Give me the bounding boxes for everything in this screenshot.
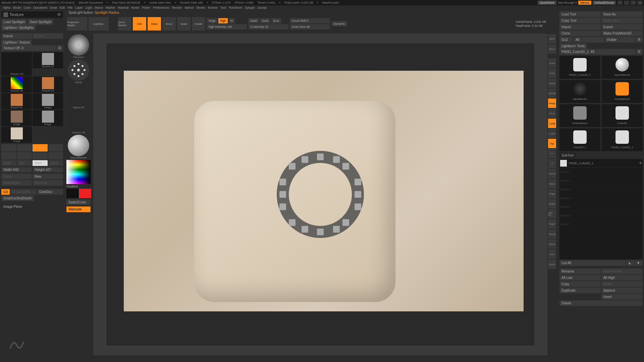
texture-slot[interactable]: Texture Off	[1, 52, 32, 76]
grabdoc-button[interactable]: GrabDoc	[37, 189, 63, 195]
polyf-button[interactable]: PolyF	[548, 219, 556, 229]
subtool-row[interactable]: PM3D_Cube3D_1👁	[559, 159, 643, 168]
scroll-button[interactable]: Scroll	[548, 58, 556, 68]
save-spotlight-button[interactable]: Save Spotlight	[28, 19, 54, 25]
goz-all-button[interactable]: All	[574, 37, 604, 43]
m-toggle[interactable]: M	[228, 18, 235, 23]
copy-subtool-button[interactable]: Copy	[559, 281, 601, 287]
menu-texture[interactable]: Texture	[208, 6, 218, 9]
menu-file[interactable]: File	[68, 6, 73, 9]
texture-slot[interactable]: Image	[1, 110, 32, 126]
dial-icon[interactable]	[289, 219, 296, 226]
close-icon[interactable]: ✕	[637, 1, 643, 5]
menu-picker[interactable]: Picker	[142, 6, 150, 9]
switchcolor-button[interactable]: SwitchColor	[66, 199, 91, 205]
clone-button[interactable]: Clone	[1, 174, 32, 179]
dial-icon[interactable]	[317, 154, 324, 160]
menu-color[interactable]: Color	[24, 6, 31, 9]
dial-icon[interactable]	[279, 191, 286, 198]
help-icon[interactable]: ?	[617, 1, 623, 5]
move-nav-button[interactable]: Move	[548, 179, 556, 188]
canvas-viewport[interactable]	[107, 44, 534, 345]
save-as-button[interactable]: Save As	[601, 11, 643, 17]
dial-icon[interactable]	[279, 203, 286, 210]
mrgb-toggle[interactable]: Mrgb	[207, 18, 218, 23]
xyz-button[interactable]: Xyz	[548, 139, 556, 148]
spotlight-dial[interactable]	[277, 151, 364, 238]
dial-icon[interactable]	[302, 226, 308, 233]
subtool-row[interactable]: Insert 4	[559, 194, 643, 202]
rotate-cw-icon[interactable]: ↻	[548, 149, 556, 158]
actual-button[interactable]: Actual	[548, 78, 556, 88]
makealpha-button[interactable]: MakeAlpha	[1, 180, 32, 186]
texture-slot[interactable]: Texture 40	[1, 76, 32, 93]
clone-tool-button[interactable]: Clone	[559, 31, 601, 36]
grad-button[interactable]: Grad	[1, 160, 16, 166]
scale-nav-button[interactable]: Scale	[548, 189, 556, 198]
main-button[interactable]: Main	[33, 160, 48, 166]
clear-button[interactable]: Clear	[48, 160, 63, 166]
menu-layer[interactable]: Layer	[75, 6, 83, 9]
load-spotlight-button[interactable]: Load Spotlight	[1, 19, 27, 25]
delete-button[interactable]: Delete	[559, 300, 643, 306]
frame-button[interactable]: Frame	[548, 169, 556, 178]
rename-button[interactable]: Rename	[559, 268, 601, 274]
alpha-selector[interactable]: Alpha Off	[66, 84, 91, 109]
texture-slot[interactable]: Texture 01	[33, 52, 63, 68]
dial-icon[interactable]	[333, 226, 340, 233]
menu-render[interactable]: Render	[172, 6, 182, 9]
default-zscript[interactable]: DefaultZScript	[593, 1, 616, 5]
brush-selector[interactable]: Standard	[66, 34, 91, 59]
new-button[interactable]: New	[33, 174, 63, 179]
menu-stroke[interactable]: Stroke	[196, 6, 205, 9]
texture-selector[interactable]: Texture Off	[66, 110, 91, 134]
list-all-button[interactable]: List All	[559, 260, 625, 266]
goz-r-button[interactable]: R	[636, 37, 643, 43]
eye-icon[interactable]: 👁	[639, 162, 642, 165]
zadd-toggle[interactable]: Zadd	[248, 18, 259, 23]
subtool-row[interactable]: Insert 5	[559, 202, 643, 211]
zsub-toggle[interactable]: Zsub	[260, 18, 271, 23]
subtool-header[interactable]: SubTool	[559, 153, 576, 158]
minimize-icon[interactable]: _	[624, 1, 629, 5]
tool-slot[interactable]: PM3D_Cube3D_1	[602, 128, 643, 151]
load-tool-button[interactable]: Load Tool	[559, 11, 601, 17]
dial-icon[interactable]	[289, 163, 296, 170]
edit-button[interactable]: Edit	[133, 17, 146, 31]
image-plane-header[interactable]: Image Plane	[1, 204, 24, 209]
quicksave-button[interactable]: QuickSave	[538, 1, 556, 5]
append-button[interactable]: Append	[601, 288, 643, 293]
rotate-nav-button[interactable]: Rotate	[548, 199, 556, 208]
lightbox-tools-button[interactable]: Lightbox> Tools	[559, 43, 587, 49]
make-polymesh-button[interactable]: Make PolyMesh3D	[601, 31, 643, 36]
tex-op[interactable]	[1, 152, 16, 160]
dial-icon[interactable]	[333, 156, 340, 163]
lightbox-texture-button[interactable]: Lightbox> Texture	[1, 40, 32, 45]
dial-icon[interactable]	[317, 229, 324, 235]
local-button[interactable]: Local	[548, 119, 556, 128]
focal-shift-slider[interactable]: Focal Shift 0	[290, 18, 330, 23]
tex-op[interactable]	[48, 152, 63, 160]
spix-button[interactable]: SPix 3	[548, 44, 556, 54]
menu-zplugin[interactable]: Zplugin	[245, 6, 255, 9]
tex-op[interactable]	[48, 144, 63, 152]
menu-movie[interactable]: Movie	[131, 6, 139, 9]
texture-r-button[interactable]: R	[56, 45, 63, 51]
subtool-row[interactable]: Insert 3	[559, 185, 643, 194]
goz-button[interactable]: GoZ	[559, 37, 573, 43]
tex-op[interactable]	[17, 152, 32, 160]
duplicate-button[interactable]: Duplicate	[559, 288, 601, 293]
floor-button[interactable]: Floor	[548, 109, 556, 118]
tool-slot[interactable]: PM3D_Cube3D_1	[559, 56, 600, 79]
sec-button[interactable]: Sec	[17, 160, 32, 166]
scale-button[interactable]: Scale	[177, 17, 191, 31]
transp-button[interactable]: Transp	[548, 229, 556, 239]
rgb-toggle[interactable]: Rgb	[218, 18, 228, 23]
all-low-button[interactable]: All Low	[559, 275, 601, 281]
z-intensity-slider[interactable]: Z Intensity 25	[248, 24, 288, 29]
subtool-row[interactable]: Insert 7	[559, 220, 643, 229]
menu-light[interactable]: Light	[86, 6, 92, 9]
menu-macro[interactable]: Macro	[95, 6, 103, 9]
lightbox-button[interactable]: LightBox	[89, 17, 109, 31]
paste-tool-button[interactable]: Paste Tool	[601, 18, 643, 23]
